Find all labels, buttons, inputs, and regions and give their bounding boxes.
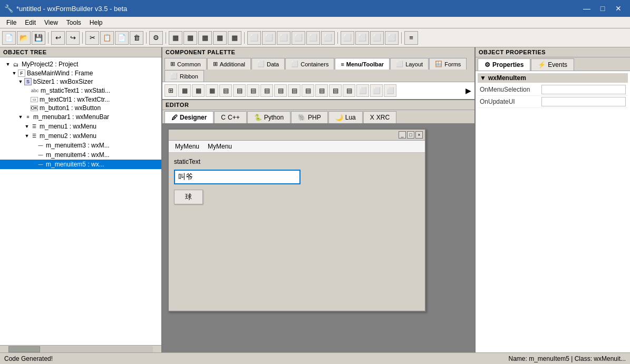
palette-tab-common[interactable]: ⊞ Common	[164, 58, 207, 70]
tb-undo[interactable]: ↩	[51, 31, 65, 45]
tb-misc3[interactable]: ⬜	[370, 31, 384, 45]
tb-misc2[interactable]: ⬜	[355, 31, 369, 45]
tree-item-menuitem4[interactable]: — m_menuitem4 : wxM...	[0, 150, 161, 160]
tb-expand4[interactable]: ⬜	[292, 31, 305, 45]
tb-settings[interactable]: ⚙	[149, 31, 163, 45]
tree-expand-project[interactable]: ▼	[4, 62, 12, 67]
tab-python[interactable]: 🐍 Python	[247, 111, 290, 123]
tree-item-statictext[interactable]: abc m_staticText1 : wxStati...	[0, 86, 161, 95]
tb-expand6[interactable]: ⬜	[321, 31, 335, 45]
menu-edit[interactable]: Edit	[21, 18, 40, 27]
palette-tab-layout[interactable]: ⬜ Layout	[390, 58, 429, 70]
props-value-onupdateui[interactable]	[541, 97, 626, 106]
designer-menu-item-1[interactable]: MyMenu	[171, 142, 203, 151]
palette-tab-ribbon[interactable]: ⬜ Ribbon	[164, 70, 204, 82]
tb-save[interactable]: 💾	[32, 31, 45, 45]
tree-item-menuitem3[interactable]: — m_menuitem3 : wxM...	[0, 141, 161, 150]
text-input-field[interactable]: 叫爷	[174, 170, 301, 184]
palette-tab-forms[interactable]: 🪟 Forms	[429, 58, 467, 70]
tb-align5[interactable]: ▦	[228, 31, 241, 45]
tree-expand-sizer[interactable]: ▼	[17, 79, 24, 84]
tb-paste[interactable]: 📄	[115, 31, 129, 45]
collapse-icon[interactable]: ▼	[480, 74, 486, 82]
tb-align2[interactable]: ▦	[183, 31, 197, 45]
palette-icon-12[interactable]: ▤	[315, 84, 328, 97]
palette-icon-1[interactable]: ⊞	[164, 84, 177, 97]
palette-icon-6[interactable]: ▤	[233, 84, 246, 97]
palette-icon-5[interactable]: ▤	[219, 84, 232, 97]
tree-scrollbar[interactable]	[0, 345, 161, 352]
palette-icon-4[interactable]: ▦	[206, 84, 218, 97]
tb-gen[interactable]: ≡	[404, 31, 418, 45]
tree-expand-frame[interactable]: ▼	[11, 71, 18, 76]
palette-icon-16[interactable]: ⬜	[370, 84, 383, 97]
palette-icon-3[interactable]: ▦	[192, 84, 205, 97]
palette-icon-7[interactable]: ▤	[247, 84, 259, 97]
designer-menu-item-2[interactable]: MyMenu	[203, 142, 236, 151]
tb-cut[interactable]: ✂	[85, 31, 99, 45]
minimize-button[interactable]: —	[579, 1, 594, 16]
tb-expand3[interactable]: ⬜	[277, 31, 290, 45]
tab-designer[interactable]: 🖊 Designer	[164, 111, 214, 123]
tb-align1[interactable]: ▦	[169, 31, 182, 45]
palette-icon-15[interactable]: ⬜	[356, 84, 369, 97]
tree-expand-menu1[interactable]: ▼	[23, 124, 31, 129]
tree-item-menubar[interactable]: ▼ ≡ m_menubar1 : wxMenuBar	[0, 112, 161, 122]
tb-align4[interactable]: ▦	[213, 31, 227, 45]
menu-tools[interactable]: Tools	[62, 18, 85, 27]
palette-icon-11[interactable]: ▤	[302, 84, 314, 97]
tb-expand2[interactable]: ⬜	[262, 31, 276, 45]
palette-tab-menutoolbar[interactable]: ≡ Menu/Toolbar	[335, 58, 390, 70]
menu-view[interactable]: View	[40, 18, 62, 27]
tb-copy[interactable]: 📋	[100, 31, 114, 45]
tree-item-menu2[interactable]: ▼ ☰ m_menu2 : wxMenu	[0, 131, 161, 141]
palette-tab-data[interactable]: ⬜ Data	[251, 58, 285, 70]
tb-expand1[interactable]: ⬜	[247, 31, 261, 45]
tree-item-sizer[interactable]: ▼ S bSizer1 : wxBoxSizer	[0, 77, 161, 86]
tab-cpp[interactable]: C C++	[214, 111, 246, 123]
win-close-btn[interactable]: ×	[415, 131, 423, 139]
tree-item-button[interactable]: OK m_button1 : wxButton	[0, 104, 161, 112]
tb-misc4[interactable]: ⬜	[385, 31, 399, 45]
palette-icon-9[interactable]: ▤	[274, 84, 287, 97]
tb-expand5[interactable]: ⬜	[306, 31, 320, 45]
object-tree-panel: Object Tree ▼ 🗂 MyProject2 : Project ▼ F…	[0, 47, 162, 352]
palette-icon-14[interactable]: ▤	[343, 84, 355, 97]
tb-misc1[interactable]: ⬜	[341, 31, 354, 45]
menu-file[interactable]: File	[2, 18, 21, 27]
palette-icon-8[interactable]: ▤	[260, 84, 273, 97]
tree-expand-menubar[interactable]: ▼	[17, 114, 24, 120]
tree-item-menuitem5[interactable]: — m_menuitem5 : wx...	[0, 160, 161, 169]
tree-expand-menu2[interactable]: ▼	[23, 133, 31, 139]
maximize-button[interactable]: □	[595, 1, 610, 16]
menu-help[interactable]: Help	[85, 18, 107, 27]
palette-icon-17[interactable]: ⬜	[384, 84, 396, 97]
tb-delete[interactable]: 🗑	[130, 31, 143, 45]
tab-xrc[interactable]: X XRC	[363, 111, 396, 123]
tb-open[interactable]: 📂	[17, 31, 31, 45]
events-tab-icon: ⚡	[538, 61, 546, 68]
palette-icon-10[interactable]: ▤	[288, 84, 301, 97]
palette-tab-additional[interactable]: ⊞ Additional	[207, 58, 251, 70]
designer-button[interactable]: 球	[174, 190, 203, 204]
tb-align3[interactable]: ▦	[198, 31, 212, 45]
win-restore-btn[interactable]: □	[407, 131, 414, 139]
tab-properties[interactable]: ⚙ Properties	[478, 58, 530, 71]
tree-item-project[interactable]: ▼ 🗂 MyProject2 : Project	[0, 60, 161, 69]
tree-item-textctrl[interactable]: ▭ m_textCtrl1 : wxTextCtr...	[0, 95, 161, 104]
tab-php[interactable]: 🐘 PHP	[291, 111, 328, 123]
tb-new[interactable]: 📄	[2, 31, 16, 45]
tab-events[interactable]: ⚡ Events	[531, 58, 574, 71]
tb-redo[interactable]: ↪	[66, 31, 80, 45]
palette-icon-2[interactable]: ▦	[178, 84, 191, 97]
props-value-onmenuselection[interactable]	[541, 85, 626, 94]
tree-item-menu1[interactable]: ▼ ☰ m_menu1 : wxMenu	[0, 122, 161, 131]
close-button[interactable]: ✕	[611, 1, 626, 16]
tab-lua[interactable]: 🌙 Lua	[328, 111, 363, 123]
scrollbar-thumb[interactable]	[8, 346, 40, 352]
palette-icon-13[interactable]: ▤	[329, 84, 342, 97]
palette-expand-arrow[interactable]: ▶	[464, 85, 472, 96]
tree-item-frame[interactable]: ▼ F BaseMainWind : Frame	[0, 69, 161, 77]
win-minimize-btn[interactable]: _	[399, 131, 406, 139]
palette-tab-containers[interactable]: ⬜ Containers	[285, 58, 334, 70]
